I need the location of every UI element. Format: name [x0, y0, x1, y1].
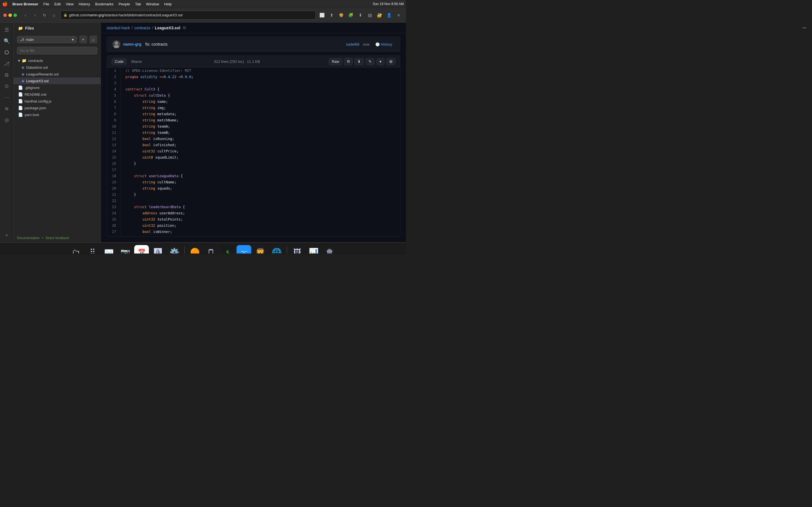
dock-brave[interactable]: 🦁 — [253, 245, 267, 254]
activity-walletconnect[interactable]: ⋯ — [2, 93, 12, 103]
dock-terminal[interactable]: $ — [220, 245, 235, 254]
dock-activity-monitor[interactable]: 📊 — [306, 245, 321, 254]
history-button[interactable]: 🕐 History — [373, 41, 395, 48]
activity-add[interactable]: ＋ — [2, 230, 12, 242]
dock-mail[interactable]: ✉️ — [101, 245, 116, 254]
edit-button[interactable]: ✎ — [365, 58, 375, 65]
breadcrumb-org[interactable]: istanbul-hack — [107, 25, 130, 30]
dock-trash[interactable]: 🗑 — [322, 245, 337, 254]
branch-name: main — [26, 38, 34, 42]
dock-photos[interactable]: 📷 — [118, 245, 133, 254]
file-gitignore[interactable]: 📄 .gitignore — [13, 84, 101, 91]
activity-planet[interactable]: ◎ — [2, 115, 12, 125]
dock-chrome[interactable]: 🌐 — [269, 245, 284, 254]
activity-github[interactable]: ⬡ — [2, 47, 12, 57]
line-number: 8 — [107, 111, 121, 117]
menubar-file[interactable]: File — [42, 1, 51, 7]
tab-code[interactable]: Code — [111, 58, 127, 65]
dock-syspref[interactable]: ⚙️ — [167, 245, 182, 254]
folder-contracts[interactable]: ▾ 📁 contracts — [13, 57, 101, 64]
dock-vscode[interactable]: ⌥ — [237, 245, 251, 254]
sidebar-toggle[interactable]: ▤ — [366, 11, 374, 19]
breadcrumb-dir[interactable]: contracts — [134, 25, 150, 30]
copy-button[interactable]: ⧉ — [344, 58, 353, 65]
code-line-27: 27 bool isWinner; — [107, 229, 400, 235]
file-hardhat[interactable]: 📄 hardhat.config.js — [13, 98, 101, 105]
address-bar[interactable]: 🔒 github.com/namn-grg/istanbul-hack/blob… — [60, 11, 316, 20]
more-file-actions[interactable]: ▾ — [376, 58, 385, 65]
dock-finder[interactable]: 🗂 — [69, 245, 84, 254]
line-number: 20 — [107, 185, 121, 191]
activity-search[interactable]: 🔍 — [2, 36, 12, 46]
minimize-button[interactable] — [8, 13, 12, 17]
menubar-tab[interactable]: Tab — [133, 1, 143, 7]
code-line-13: 13 bool isFinished; — [107, 142, 400, 148]
download-file-button[interactable]: ⬇ — [354, 58, 364, 65]
file-yarn-lock[interactable]: 📄 yarn.lock — [13, 111, 101, 118]
file-name: LeagueRewards.sol — [26, 72, 59, 76]
new-file-btn[interactable]: + — [79, 36, 87, 43]
apple-menu[interactable]: 🍎 — [2, 1, 8, 7]
dock-vlc[interactable]: 🟠 — [188, 245, 202, 254]
collapse-button[interactable]: ⊞ — [386, 58, 396, 65]
file-leaguerewards[interactable]: ◈ LeagueRewards.sol — [13, 71, 101, 77]
vpn-icon[interactable]: 🔐 — [375, 11, 384, 19]
line-number: 10 — [107, 123, 121, 129]
branch-selector[interactable]: ⎇ main ▾ — [17, 36, 77, 43]
raw-button[interactable]: Raw — [329, 58, 342, 65]
search-file-btn[interactable]: ⌕ — [89, 36, 97, 43]
menubar-people[interactable]: People — [117, 1, 132, 7]
brave-shield-icon[interactable]: 🦁 — [337, 11, 345, 19]
menubar-view[interactable]: View — [64, 1, 75, 7]
documentation-link[interactable]: Documentation — [17, 236, 40, 240]
activity-extensions[interactable]: ⧉ — [2, 70, 12, 80]
back-button[interactable]: ‹ — [21, 11, 29, 19]
download-icon[interactable]: ⬇ — [356, 11, 364, 19]
file-datastore[interactable]: ◈ Datastore.sol — [13, 64, 101, 71]
reload-button[interactable]: ↻ — [41, 11, 49, 19]
profile-icon[interactable]: 👤 — [385, 11, 393, 19]
commit-author[interactable]: namn-grg — [123, 42, 142, 47]
line-number: 25 — [107, 216, 121, 223]
dock-preview[interactable]: 🖼 — [290, 245, 305, 254]
file-readme[interactable]: 📄 README.md — [13, 91, 101, 98]
menubar-brave[interactable]: Brave Browser — [11, 1, 40, 7]
line-number: 17 — [107, 167, 121, 173]
menubar-edit[interactable]: Edit — [53, 1, 62, 7]
file-package[interactable]: 📄 package.json — [13, 105, 101, 111]
activity-explorer[interactable]: ☰ — [2, 25, 12, 35]
activity-settings2[interactable]: ≋ — [2, 104, 12, 114]
line-number: 4 — [107, 86, 121, 93]
forward-button[interactable]: › — [31, 11, 39, 19]
copy-path-icon[interactable]: ⧉ — [183, 25, 186, 30]
close-button[interactable] — [3, 13, 7, 17]
fe-search[interactable] — [13, 45, 101, 56]
go-to-file-input[interactable] — [17, 47, 97, 54]
menu-icon[interactable]: ≡ — [395, 11, 403, 19]
feedback-link[interactable]: Share feedback — [45, 236, 69, 240]
explorer-header: 📁 Files — [13, 22, 101, 34]
menubar-help[interactable]: Help — [162, 1, 173, 7]
line-number: 5 — [107, 93, 121, 99]
file-leaguex3[interactable]: ◈ LeagueX3.sol — [13, 77, 101, 84]
cast-icon[interactable]: ⬜ — [318, 11, 326, 19]
add-icon[interactable]: ＋ — [2, 230, 12, 240]
home-button[interactable]: ⌂ — [50, 11, 58, 19]
maximize-button[interactable] — [13, 13, 17, 17]
line-number: 27 — [107, 229, 121, 235]
commit-hash[interactable]: ba9ef69 — [346, 42, 359, 47]
activity-remote[interactable]: ⊙ — [2, 81, 12, 91]
breadcrumb-sep1: / — [132, 25, 133, 30]
dock-notes[interactable]: 🗒 — [204, 245, 218, 254]
extensions-icon[interactable]: 🧩 — [347, 11, 355, 19]
menubar-window[interactable]: Window — [144, 1, 161, 7]
tab-blame[interactable]: Blame — [128, 58, 145, 65]
share-icon[interactable]: ⬆ — [327, 11, 336, 19]
menubar-history[interactable]: History — [77, 1, 92, 7]
dock-appstore[interactable]: 🅰 — [151, 245, 165, 254]
menubar-right: Sun 19 Nov 8:56 AM — [373, 2, 404, 6]
dock-launchpad[interactable]: ⠿ — [85, 245, 100, 254]
dock-calendar[interactable]: 📅 — [134, 245, 149, 254]
activity-git[interactable]: ⎇ — [2, 59, 12, 69]
menubar-bookmarks[interactable]: Bookmarks — [94, 1, 115, 7]
